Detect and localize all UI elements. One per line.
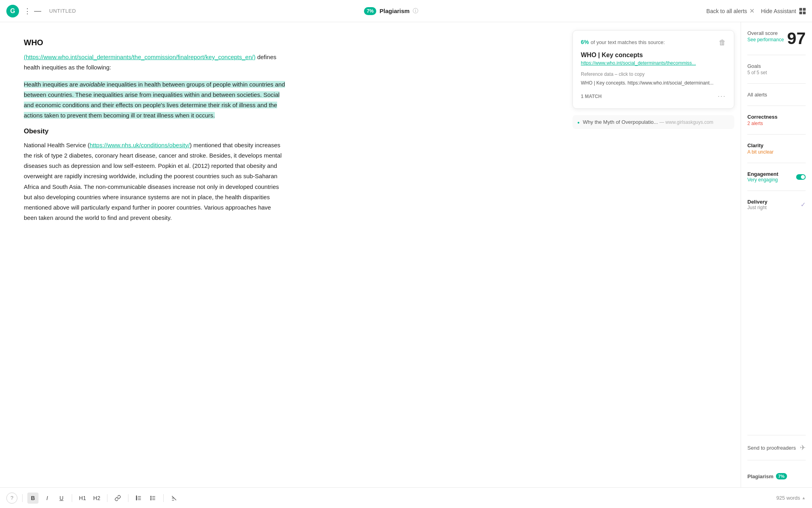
editor-section: WHO (https://www.who.int/social_determin…	[24, 38, 285, 223]
engagement-sub: Very engaging	[747, 177, 778, 183]
clear-format-button[interactable]	[169, 493, 180, 504]
correctness-metric[interactable]: Correctness 2 alerts	[747, 114, 806, 126]
other-source-domain: — www.girlsaskguys.com	[659, 119, 713, 125]
card-header: 6% of your text matches this source: 🗑	[581, 38, 726, 47]
bold-button[interactable]: B	[27, 493, 38, 504]
obesity-heading: Obesity	[24, 127, 285, 135]
match-text: of your text matches this source:	[591, 39, 665, 45]
info-icon[interactable]: ⓘ	[413, 8, 418, 15]
other-match-content: Why the Myth of Overpopulatio... — www.g…	[583, 119, 713, 125]
ordered-list-button[interactable]: 123	[133, 493, 144, 504]
main-content: WHO (https://www.who.int/social_determin…	[0, 22, 812, 487]
close-alerts-icon[interactable]: ✕	[749, 7, 755, 15]
help-button[interactable]: ?	[6, 493, 17, 504]
divider-2	[747, 83, 806, 84]
link-button[interactable]	[112, 493, 123, 504]
plagiarism-bottom-badge: 7%	[776, 473, 787, 479]
score-section: Overall score See performance 97	[747, 30, 806, 47]
right-sidebar: Overall score See performance 97 Goals 5…	[741, 22, 812, 487]
score-label: Overall score	[747, 30, 784, 36]
logo-letter: G	[10, 8, 15, 15]
goals-section[interactable]: Goals 5 of 5 set	[747, 63, 806, 75]
document-title: UNTITLED	[49, 8, 76, 14]
score-value: 97	[787, 30, 806, 47]
svg-text:3: 3	[136, 498, 137, 500]
delivery-row: Delivery Just right ✓	[747, 199, 806, 210]
goals-sub: 5 of 5 set	[747, 70, 806, 75]
separator-4	[128, 494, 128, 502]
plagiarism-indicator: 7% Plagiarism ⓘ	[81, 7, 702, 15]
all-alerts-link[interactable]: All alerts	[747, 92, 806, 98]
svg-point-9	[151, 496, 151, 497]
menu-icon[interactable]: ⋮ —	[24, 7, 41, 15]
back-to-alerts-button[interactable]: Back to all alerts ✕	[707, 7, 755, 15]
clarity-label: Clarity	[747, 142, 806, 148]
highlighted-text: Health inequities are avoidable inequali…	[24, 81, 285, 119]
plagiarism-panel: 6% of your text matches this source: 🗑 W…	[566, 22, 741, 487]
engagement-row: Engagement Very engaging	[747, 171, 806, 183]
divider-7	[747, 435, 806, 435]
separator-2	[72, 494, 72, 502]
who-highlighted-block: Health inequities are avoidable inequali…	[24, 79, 285, 121]
delivery-info: Delivery Just right	[747, 199, 768, 210]
more-options-icon[interactable]: ···	[718, 92, 726, 100]
card-title: WHO | Key concepts	[581, 52, 726, 59]
send-proofreaders-section[interactable]: Send to proofreaders ✈	[747, 443, 806, 452]
engagement-info: Engagement Very engaging	[747, 171, 778, 183]
h2-button[interactable]: H2	[91, 493, 102, 504]
hide-assistant-button[interactable]: Hide Assistant	[761, 8, 806, 14]
logo[interactable]: G	[6, 5, 19, 17]
card-url[interactable]: https://www.who.int/social_determinants/…	[581, 60, 726, 66]
italic-button[interactable]: I	[42, 493, 53, 504]
divider-1	[747, 55, 806, 55]
clarity-metric[interactable]: Clarity A bit unclear	[747, 142, 806, 155]
svg-point-11	[151, 499, 151, 500]
word-count-arrow: ▲	[802, 496, 806, 500]
see-performance-link[interactable]: See performance	[747, 37, 784, 42]
divider-4	[747, 134, 806, 135]
divider-8	[747, 460, 806, 460]
separator-3	[107, 494, 107, 502]
grid-icon	[799, 8, 806, 14]
editor-area[interactable]: WHO (https://www.who.int/social_determin…	[0, 22, 566, 487]
divider-5	[747, 163, 806, 163]
match-percent: 6%	[581, 39, 589, 45]
underline-button[interactable]: U	[56, 493, 67, 504]
ref-data-label[interactable]: Reference data – click to copy	[581, 71, 726, 77]
ref-data-text: WHO | Key concepts. https://www.who.int/…	[581, 79, 726, 87]
divider-6	[747, 190, 806, 191]
who-intro: (https://www.who.int/social_determinants…	[24, 52, 285, 73]
plagiarism-badge: 7%	[364, 7, 376, 15]
separator-5	[163, 494, 164, 502]
other-match-item[interactable]: ● Why the Myth of Overpopulatio... — www…	[573, 115, 734, 129]
delivery-metric[interactable]: Delivery Just right ✓	[747, 199, 806, 210]
delivery-check-icon: ✓	[801, 201, 806, 208]
plagiarism-card: 6% of your text matches this source: 🗑 W…	[573, 30, 734, 109]
topbar: G ⋮ — UNTITLED 7% Plagiarism ⓘ Back to a…	[0, 0, 812, 22]
nhs-link[interactable]: https://www.nhs.uk/conditions/obesity/	[90, 142, 190, 148]
separator-1	[22, 494, 23, 502]
plagiarism-bottom-label: Plagiarism	[747, 473, 774, 479]
send-label: Send to proofreaders	[747, 445, 796, 451]
plagiarism-label: Plagiarism	[379, 8, 410, 14]
send-icon[interactable]: ✈	[800, 443, 806, 452]
engagement-metric[interactable]: Engagement Very engaging	[747, 171, 806, 183]
delete-icon[interactable]: 🗑	[719, 38, 726, 47]
delivery-sub: Just right	[747, 205, 768, 210]
plagiarism-bottom-button[interactable]: Plagiarism 7%	[747, 473, 806, 479]
svg-point-10	[151, 498, 151, 498]
unordered-list-button[interactable]	[147, 493, 159, 504]
bottom-toolbar: ? B I U H1 H2 123 925 words ▲	[0, 487, 812, 508]
bullet-icon: ●	[577, 120, 580, 125]
engagement-label: Engagement	[747, 171, 778, 177]
match-count: 1 MATCH	[581, 94, 601, 99]
clarity-sub: A bit unclear	[747, 149, 806, 155]
engagement-toggle[interactable]	[796, 174, 806, 180]
card-match-info: 6% of your text matches this source:	[581, 38, 665, 46]
h1-button[interactable]: H1	[77, 493, 88, 504]
score-info: Overall score See performance	[747, 30, 784, 42]
word-count: 925 words ▲	[776, 495, 806, 501]
who-link[interactable]: (https://www.who.int/social_determinants…	[24, 54, 255, 60]
obesity-paragraph: National Health Service (https://www.nhs…	[24, 140, 285, 223]
other-source-title: Why the Myth of Overpopulatio...	[583, 119, 658, 125]
